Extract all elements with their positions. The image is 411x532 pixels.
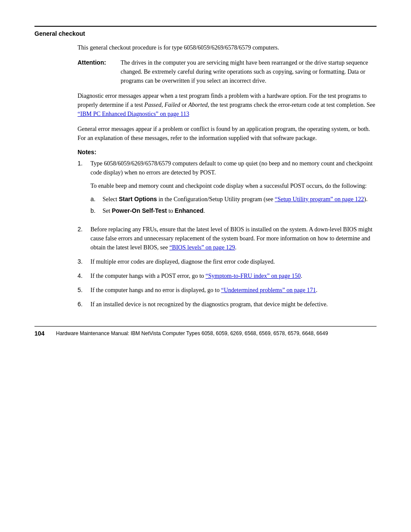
item-5-pre: If the computer hangs and no error is di… — [90, 287, 221, 293]
item-6-content: If an installed device is not recognized… — [90, 300, 377, 309]
footer-text: Hardware Maintenance Manual: IBM NetVist… — [56, 330, 328, 337]
list-item-5: 5. If the computer hangs and no error is… — [78, 286, 377, 295]
step-a: a. Select Start Options in the Configura… — [90, 195, 377, 204]
item-4-content: If the computer hangs with a POST error,… — [90, 271, 377, 280]
list-item-4: 4. If the computer hangs with a POST err… — [78, 271, 377, 280]
body-para-1-mid: , — [162, 102, 165, 108]
attention-label: Attention: — [78, 58, 121, 85]
list-item-1: 1. Type 6058/6059/6269/6578/6579 compute… — [78, 159, 377, 220]
body-paragraph-2: General error messages appear if a probl… — [78, 124, 377, 143]
item-5-marker: 5. — [78, 286, 90, 295]
page-number: 104 — [34, 330, 47, 337]
numbered-list: 1. Type 6058/6059/6269/6578/6579 compute… — [78, 159, 377, 309]
item-2-end: . — [235, 244, 237, 251]
notes-label: Notes: — [78, 149, 377, 156]
list-item-6: 6. If an installed device is not recogni… — [78, 300, 377, 309]
step-b-mid: to — [167, 208, 174, 214]
step-a-content: Select Start Options in the Configuratio… — [103, 195, 377, 204]
page-container: General checkout This general checkout p… — [0, 0, 411, 532]
step-a-marker: a. — [90, 195, 103, 204]
intro-paragraph: This general checkout procedure is for t… — [78, 43, 377, 52]
item-5-end: . — [316, 287, 318, 293]
list-item-3: 3. If multiple error codes are displayed… — [78, 257, 377, 266]
item-4-pre: If the computer hangs with a POST error,… — [90, 273, 206, 279]
step-b-end: . — [203, 208, 205, 214]
step-b-marker: b. — [90, 206, 103, 215]
item-2-content: Before replacing any FRUs, ensure that t… — [90, 225, 377, 252]
top-rule — [34, 26, 377, 27]
ibm-diagnostics-link[interactable]: “IBM PC Enhanced Diagnostics” on page 11… — [78, 111, 189, 117]
item-3-content: If multiple error codes are displayed, d… — [90, 257, 377, 266]
footer-content: 104 Hardware Maintenance Manual: IBM Net… — [34, 330, 377, 337]
step-a-mid: in the Configuration/Setup Utility progr… — [157, 196, 274, 202]
item-5-content: If the computer hangs and no error is di… — [90, 286, 377, 295]
step-a-end: ). — [364, 196, 367, 202]
body-para-1-mid2: or — [180, 102, 188, 108]
attention-text: The drives in the computer you are servi… — [121, 58, 377, 85]
item-4-marker: 4. — [78, 271, 90, 280]
power-on-self-test-bold: Power-On Self-Test — [112, 207, 167, 214]
body-paragraph-1: Diagnostic error messages appear when a … — [78, 91, 377, 118]
symptom-fru-link[interactable]: “Symptom-to-FRU index” on page 150 — [206, 273, 301, 279]
undetermined-problems-link[interactable]: “Undetermined problems” on page 171 — [221, 287, 316, 293]
bios-levels-link[interactable]: “BIOS levels” on page 129 — [169, 244, 235, 251]
failed-text: Failed — [165, 102, 181, 108]
aborted-text: Aborted — [188, 102, 208, 108]
step-a-pre: Select — [103, 196, 119, 202]
item-1-content: Type 6058/6059/6269/6578/6579 computers … — [90, 159, 377, 220]
item-2-marker: 2. — [78, 225, 90, 252]
step-b: b. Set Power-On Self-Test to Enhanced. — [90, 206, 377, 215]
passed-text: Passed — [144, 102, 162, 108]
alpha-list: a. Select Start Options in the Configura… — [90, 195, 377, 215]
attention-block: Attention: The drives in the computer yo… — [78, 58, 377, 85]
setup-utility-link[interactable]: “Setup Utility program” on page 122 — [275, 196, 364, 202]
item-1-marker: 1. — [78, 159, 90, 220]
content-area: This general checkout procedure is for t… — [78, 43, 377, 309]
section-title: General checkout — [34, 30, 377, 37]
footer-rule: 104 Hardware Maintenance Manual: IBM Net… — [34, 326, 377, 337]
enhanced-bold: Enhanced — [174, 207, 203, 214]
item-6-marker: 6. — [78, 300, 90, 309]
note-1-para2: To enable beep and memory count and chec… — [90, 181, 377, 190]
step-b-content: Set Power-On Self-Test to Enhanced. — [103, 206, 377, 215]
item-3-marker: 3. — [78, 257, 90, 266]
step-b-pre: Set — [103, 208, 112, 214]
list-item-2: 2. Before replacing any FRUs, ensure tha… — [78, 225, 377, 252]
start-options-bold: Start Options — [119, 196, 157, 202]
note-1-para1: Type 6058/6059/6269/6578/6579 computers … — [90, 159, 377, 177]
body-para-1-end: , the test programs check the error-retu… — [208, 102, 375, 108]
item-4-end: . — [301, 273, 302, 279]
